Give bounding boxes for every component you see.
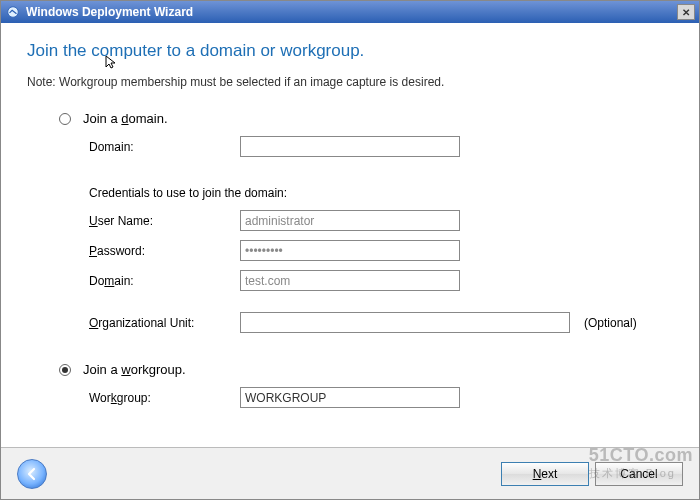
username-input[interactable] bbox=[240, 210, 460, 231]
note-text: Note: Workgroup membership must be selec… bbox=[27, 75, 673, 89]
ou-input[interactable] bbox=[240, 312, 570, 333]
join-domain-option[interactable]: Join a domain. bbox=[59, 111, 673, 126]
password-label: Password: bbox=[89, 244, 234, 258]
radio-icon bbox=[59, 364, 71, 376]
footer: Next Cancel bbox=[1, 447, 699, 499]
username-label: User Name: bbox=[89, 214, 234, 228]
ou-label: Organizational Unit: bbox=[89, 316, 234, 330]
svg-point-0 bbox=[8, 7, 19, 18]
workgroup-label: Workgroup: bbox=[89, 391, 234, 405]
join-domain-label: Join a domain. bbox=[83, 111, 168, 126]
domain-label: Domain: bbox=[89, 140, 234, 154]
password-input[interactable] bbox=[240, 240, 460, 261]
credentials-label: Credentials to use to join the domain: bbox=[89, 186, 673, 200]
cancel-label: Cancel bbox=[620, 467, 657, 481]
app-icon bbox=[5, 4, 21, 20]
cred-domain-label: Domain: bbox=[89, 274, 234, 288]
titlebar: Windows Deployment Wizard ✕ bbox=[1, 1, 699, 23]
close-icon: ✕ bbox=[682, 7, 690, 18]
join-workgroup-label: Join a workgroup. bbox=[83, 362, 186, 377]
cancel-button[interactable]: Cancel bbox=[595, 462, 683, 486]
radio-icon bbox=[59, 113, 71, 125]
optional-label: (Optional) bbox=[584, 316, 637, 330]
workgroup-input[interactable] bbox=[240, 387, 460, 408]
page-heading: Join the computer to a domain or workgro… bbox=[27, 41, 673, 61]
back-button[interactable] bbox=[17, 459, 47, 489]
content-area: Join the computer to a domain or workgro… bbox=[1, 23, 699, 447]
domain-input[interactable] bbox=[240, 136, 460, 157]
next-label: Next bbox=[533, 467, 558, 481]
cred-domain-input[interactable] bbox=[240, 270, 460, 291]
close-button[interactable]: ✕ bbox=[677, 4, 695, 20]
next-button[interactable]: Next bbox=[501, 462, 589, 486]
arrow-left-icon bbox=[24, 466, 40, 482]
join-workgroup-option[interactable]: Join a workgroup. bbox=[59, 362, 673, 377]
window-title: Windows Deployment Wizard bbox=[26, 5, 193, 19]
